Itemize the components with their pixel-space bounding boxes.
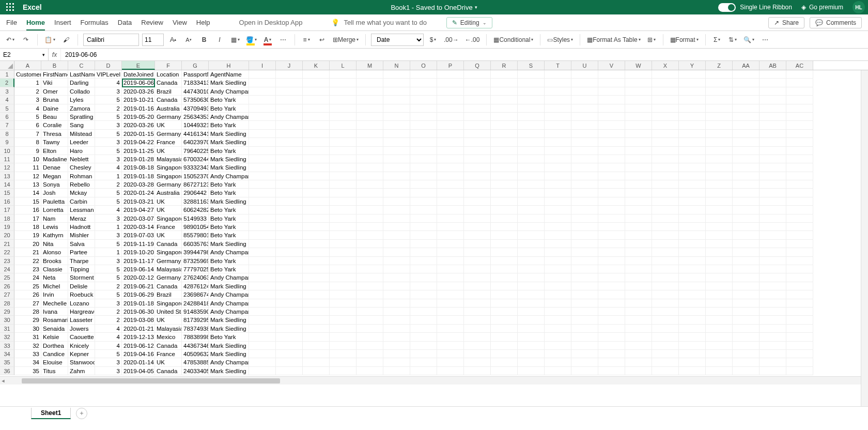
cell[interactable] (706, 350, 733, 358)
cell[interactable] (437, 104, 464, 113)
cell[interactable]: Zahm (68, 367, 95, 375)
cell[interactable] (464, 265, 491, 273)
cell[interactable] (598, 358, 625, 366)
cell[interactable] (545, 273, 571, 282)
cell[interactable] (437, 282, 464, 290)
cell[interactable] (491, 138, 518, 146)
sort-filter-button[interactable]: ⇅▾ (726, 33, 739, 47)
cell[interactable]: 34 (14, 358, 41, 366)
cell[interactable] (276, 273, 303, 282)
cell[interactable]: 10449321 (182, 121, 209, 129)
cell[interactable] (303, 367, 330, 375)
cell[interactable] (760, 96, 786, 104)
cell[interactable] (706, 121, 733, 129)
cell[interactable]: Beto Yark (209, 121, 249, 129)
cell[interactable] (518, 231, 545, 239)
cell[interactable] (410, 240, 437, 248)
cell[interactable] (464, 273, 491, 282)
cell[interactable] (571, 231, 598, 239)
tab-file[interactable]: File (6, 16, 17, 29)
cell[interactable] (518, 257, 545, 265)
cell[interactable] (786, 130, 813, 138)
editing-mode-button[interactable]: ✎ Editing ⌄ (446, 17, 492, 28)
cell[interactable] (733, 367, 760, 375)
cell[interactable] (357, 96, 383, 104)
cell[interactable]: Meraz (68, 214, 95, 223)
cell[interactable] (518, 214, 545, 223)
row-header[interactable]: 5 (0, 104, 14, 113)
cell[interactable]: 32881163 (182, 197, 209, 206)
cell[interactable] (545, 240, 571, 248)
cell[interactable] (276, 180, 303, 189)
tab-view[interactable]: View (173, 16, 187, 29)
cell[interactable] (410, 70, 437, 79)
row-header[interactable]: 19 (0, 223, 14, 231)
column-header[interactable]: F (155, 61, 182, 70)
cell[interactable] (518, 333, 545, 341)
cell[interactable] (625, 121, 652, 129)
cell[interactable] (330, 223, 357, 231)
cell[interactable]: Malayasia (155, 265, 182, 273)
cell[interactable] (330, 282, 357, 290)
cell[interactable] (786, 231, 813, 239)
cell[interactable] (706, 214, 733, 223)
cell[interactable] (625, 248, 652, 256)
cell[interactable] (625, 206, 652, 214)
cell[interactable]: Salva (68, 240, 95, 248)
cell[interactable] (545, 325, 571, 333)
cell[interactable] (786, 248, 813, 256)
cell[interactable] (652, 358, 679, 366)
cell[interactable] (598, 231, 625, 239)
cell[interactable] (437, 223, 464, 231)
cell[interactable] (652, 197, 679, 206)
cell[interactable] (357, 172, 383, 180)
cell[interactable] (598, 121, 625, 129)
cell[interactable] (383, 197, 410, 206)
cell[interactable] (598, 257, 625, 265)
cell[interactable] (652, 96, 679, 104)
cell[interactable] (786, 223, 813, 231)
cell[interactable] (249, 155, 276, 163)
cell[interactable] (679, 358, 706, 366)
cell[interactable]: 2020-01-21 (122, 325, 155, 333)
cell[interactable] (249, 79, 276, 87)
cell[interactable] (464, 147, 491, 155)
cell[interactable] (383, 333, 410, 341)
cell[interactable]: 2019-01-16 (122, 104, 155, 113)
cell[interactable] (303, 121, 330, 129)
cell[interactable] (357, 240, 383, 248)
cell[interactable] (303, 333, 330, 341)
cell[interactable]: Rebello (68, 180, 95, 189)
cell[interactable] (383, 248, 410, 256)
cell[interactable] (491, 214, 518, 223)
tell-me-search[interactable]: 💡 Tell me what you want to do (331, 19, 426, 26)
cell[interactable] (276, 189, 303, 197)
cell[interactable]: Carbin (68, 197, 95, 206)
cell[interactable]: Senaida (41, 325, 68, 333)
row-header[interactable]: 22 (0, 248, 14, 256)
cell[interactable] (786, 265, 813, 273)
cell[interactable] (706, 257, 733, 265)
cell[interactable] (303, 206, 330, 214)
cell[interactable] (437, 214, 464, 223)
cell[interactable]: 64023970 (182, 138, 209, 146)
cell[interactable] (733, 316, 760, 324)
cell[interactable] (330, 248, 357, 256)
cell[interactable]: 15 (14, 197, 41, 206)
cell[interactable]: 5 (14, 113, 41, 121)
cell[interactable] (760, 121, 786, 129)
cell[interactable] (383, 358, 410, 366)
cell[interactable] (491, 96, 518, 104)
cell[interactable] (518, 240, 545, 248)
cell[interactable]: Jowers (68, 325, 95, 333)
cell[interactable] (571, 350, 598, 358)
cell[interactable] (598, 367, 625, 375)
cell[interactable] (383, 214, 410, 223)
user-avatar[interactable]: HL (853, 1, 865, 13)
cell[interactable] (598, 290, 625, 299)
fill-color-button[interactable]: 🪣▾ (244, 33, 258, 47)
cell[interactable] (571, 147, 598, 155)
cell[interactable] (571, 325, 598, 333)
row-header[interactable]: 14 (0, 180, 14, 189)
cell[interactable]: 2019-11-19 (122, 240, 155, 248)
